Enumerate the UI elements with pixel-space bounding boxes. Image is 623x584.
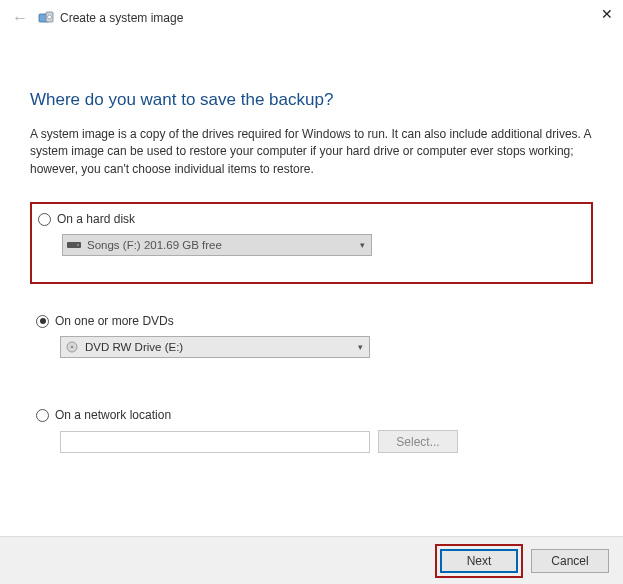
network-label: On a network location	[55, 408, 171, 422]
content-area: Where do you want to save the backup? A …	[0, 36, 623, 469]
hard-disk-radio[interactable]	[38, 213, 51, 226]
hard-disk-dropdown[interactable]: Songs (F:) 201.69 GB free ▾	[62, 234, 372, 256]
description-text: A system image is a copy of the drives r…	[30, 126, 593, 178]
network-option-group: On a network location Select...	[30, 400, 593, 469]
hard-disk-radio-row[interactable]: On a hard disk	[38, 212, 585, 226]
hard-drive-icon	[67, 240, 81, 250]
network-radio-row[interactable]: On a network location	[36, 408, 587, 422]
hard-disk-selected: Songs (F:) 201.69 GB free	[87, 239, 353, 251]
dvd-dropdown[interactable]: DVD RW Drive (E:) ▾	[60, 336, 370, 358]
svg-point-4	[77, 244, 79, 246]
network-path-input[interactable]	[60, 431, 370, 453]
hard-disk-option-group: On a hard disk Songs (F:) 201.69 GB free…	[30, 202, 593, 284]
svg-point-6	[71, 346, 73, 348]
window-title: Create a system image	[60, 11, 183, 25]
dvd-drive-icon	[65, 341, 79, 353]
close-button[interactable]: ✕	[601, 6, 613, 22]
footer-bar: Next Cancel	[0, 536, 623, 584]
system-image-icon	[38, 10, 54, 26]
cancel-button[interactable]: Cancel	[531, 549, 609, 573]
next-button[interactable]: Next	[440, 549, 518, 573]
dvd-label: On one or more DVDs	[55, 314, 174, 328]
back-arrow-icon: ←	[12, 9, 28, 27]
select-network-button[interactable]: Select...	[378, 430, 458, 453]
svg-rect-3	[67, 242, 81, 248]
hard-disk-label: On a hard disk	[57, 212, 135, 226]
network-radio[interactable]	[36, 409, 49, 422]
dvd-radio[interactable]	[36, 315, 49, 328]
dvd-option-group: On one or more DVDs DVD RW Drive (E:) ▾	[30, 306, 593, 374]
dvd-radio-row[interactable]: On one or more DVDs	[36, 314, 587, 328]
dvd-selected: DVD RW Drive (E:)	[85, 341, 351, 353]
chevron-down-icon: ▾	[351, 342, 369, 352]
chevron-down-icon: ▾	[353, 240, 371, 250]
titlebar: ← Create a system image ✕	[0, 0, 623, 36]
page-heading: Where do you want to save the backup?	[30, 90, 593, 110]
svg-point-2	[48, 15, 52, 19]
next-highlight: Next	[435, 544, 523, 578]
